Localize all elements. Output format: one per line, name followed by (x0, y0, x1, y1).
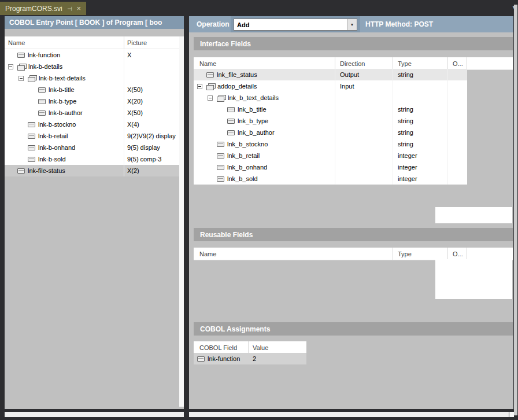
o-cell (448, 115, 467, 127)
column-header-type[interactable]: Type (393, 57, 448, 69)
interface-field-row-lnk_b_onhand[interactable]: lnk_b_onhandinteger (194, 161, 467, 173)
column-header-type[interactable]: Type (393, 248, 448, 260)
close-icon[interactable]: × (76, 5, 81, 12)
picture-cell: X(50) (124, 84, 179, 95)
field-icon (17, 53, 25, 58)
column-header-value[interactable]: Value (249, 341, 306, 353)
picture-cell: X(2) (124, 165, 179, 176)
field-name-label: lnk-b-retail (38, 132, 68, 139)
operation-select[interactable]: Add ▼ (234, 19, 357, 31)
collapse-expander-icon[interactable] (18, 76, 24, 81)
field-name-label: lnk-b-text-details (39, 75, 86, 82)
column-header-o[interactable]: O... (448, 57, 467, 69)
entry-point-row-lnk-b-title[interactable]: lnk-b-titleX(50) (5, 84, 179, 95)
interface-field-row-addop_details[interactable]: addop_detailsInput (194, 80, 467, 92)
type-cell: string (393, 127, 448, 138)
direction-cell: Input (335, 80, 393, 92)
entry-point-row-lnk-b-sold[interactable]: lnk-b-sold9(5) comp-3 (5, 153, 179, 165)
direction-cell (335, 115, 393, 127)
interface-field-row-lnk_b_type[interactable]: lnk_b_typestring (194, 115, 467, 127)
field-icon (217, 165, 224, 170)
column-header-cobol-field[interactable]: COBOL Field (194, 341, 249, 353)
pin-icon[interactable]: ⊤ (66, 6, 72, 11)
field-icon (217, 153, 224, 159)
column-header-filler (467, 57, 513, 69)
type-cell: integer (393, 161, 448, 173)
field-icon (227, 130, 235, 135)
field-icon (197, 356, 205, 362)
interface-field-row-lnk_b_sold[interactable]: lnk_b_soldinteger (194, 173, 467, 185)
left-horizontal-scrollbar[interactable] (5, 412, 184, 417)
interface-fields-rows: lnk_file_statusOutputstringaddop_details… (194, 69, 467, 185)
entry-point-vertical-scrollbar[interactable] (179, 36, 184, 407)
type-cell: integer (393, 150, 448, 161)
entry-point-header: COBOL Entry Point [ BOOK ] of Program [ … (5, 16, 184, 29)
interface-field-row-lnk_b_stockno[interactable]: lnk_b_stocknostring (194, 138, 467, 150)
type-cell (393, 92, 448, 104)
o-cell (448, 150, 467, 161)
entry-point-row-lnk-b-details[interactable]: lnk-b-details (5, 61, 179, 72)
dropdown-arrow-icon[interactable]: ▼ (347, 19, 357, 30)
interface-field-row-lnk_b_title[interactable]: lnk_b_titlestring (194, 104, 467, 115)
column-header-name[interactable]: Name (194, 248, 393, 260)
column-header-filler (467, 248, 513, 260)
entry-point-row-lnk-b-retail[interactable]: lnk-b-retail9(2)V9(2) display (5, 130, 179, 142)
column-header-picture[interactable]: Picture (124, 36, 179, 49)
interface-fields-grid-header: Name Direction Type O... (194, 57, 513, 70)
operation-toolbar: Operation Add ▼ HTTP Method: POST (189, 16, 513, 32)
entry-point-row-lnk-b-stockno[interactable]: lnk-b-stocknoX(4) (5, 119, 179, 130)
operation-label: Operation (189, 16, 231, 32)
name-cell: lnk-b-type (5, 95, 124, 107)
collapse-expander-icon[interactable] (197, 84, 202, 89)
column-header-name[interactable]: Name (194, 57, 335, 69)
column-header-direction[interactable]: Direction (335, 57, 393, 69)
collapse-expander-icon[interactable] (8, 64, 13, 69)
field-name-label: lnk-b-details (28, 63, 62, 70)
field-name-label: lnk_b_retail (227, 152, 260, 159)
picture-cell: X (124, 49, 179, 61)
entry-point-row-lnk-file-status[interactable]: lnk-file-statusX(2) (5, 165, 179, 176)
cobol-assignments-grid-header: COBOL Field Value (194, 341, 306, 354)
type-cell: string (393, 138, 448, 150)
interface-field-row-lnk_file_status[interactable]: lnk_file_statusOutputstring (194, 69, 467, 80)
field-name-label: addop_details (217, 83, 257, 90)
field-name-label: lnk_b_title (238, 106, 267, 113)
window-vertical-scrollbar[interactable] (514, 5, 517, 415)
field-icon (227, 119, 235, 124)
field-icon (217, 142, 224, 147)
assignment-row-lnk-function[interactable]: lnk-function2 (194, 353, 306, 364)
interface-field-row-lnk_b_author[interactable]: lnk_b_authorstring (194, 127, 467, 138)
name-cell: lnk-b-retail (5, 130, 124, 142)
field-icon (38, 87, 46, 93)
group-icon (206, 83, 215, 90)
name-cell: lnk_b_text_details (194, 92, 335, 104)
type-cell: string (393, 115, 448, 127)
type-cell: string (393, 104, 448, 115)
name-cell: lnk-b-details (5, 61, 124, 72)
right-horizontal-scrollbar[interactable] (189, 412, 509, 417)
field-icon (206, 72, 214, 78)
o-cell (448, 127, 467, 138)
field-name-label: lnk-b-sold (38, 156, 66, 163)
interface-field-row-lnk_b_text_details[interactable]: lnk_b_text_details (194, 92, 467, 104)
collapse-expander-icon[interactable] (208, 95, 213, 101)
expander-slot (197, 84, 206, 89)
entry-point-row-lnk-b-text-details[interactable]: lnk-b-text-details (5, 72, 179, 84)
column-header-name[interactable]: Name (5, 36, 124, 49)
value-cell: 2 (249, 353, 306, 364)
picture-cell: 9(2)V9(2) display (124, 130, 179, 142)
field-name-label: lnk-b-type (49, 98, 76, 105)
field-name-label: lnk_b_text_details (228, 94, 279, 101)
direction-cell (335, 127, 393, 138)
interface-field-row-lnk_b_retail[interactable]: lnk_b_retailinteger (194, 150, 467, 161)
name-cell: lnk_b_title (194, 104, 335, 115)
scrollbar-corner (509, 412, 514, 417)
interface-fields-header: Interface Fields (194, 37, 513, 50)
o-cell (448, 80, 467, 92)
entry-point-row-lnk-b-type[interactable]: lnk-b-typeX(20) (5, 95, 179, 107)
column-header-o[interactable]: O... (448, 248, 467, 260)
entry-point-row-lnk-b-author[interactable]: lnk-b-authorX(50) (5, 107, 179, 119)
entry-point-row-lnk-function[interactable]: lnk-functionX (5, 49, 179, 61)
entry-point-row-lnk-b-onhand[interactable]: lnk-b-onhand9(5) display (5, 142, 179, 153)
tab-programcors-svi[interactable]: ProgramCORS.svi ⊤ × (0, 2, 86, 15)
